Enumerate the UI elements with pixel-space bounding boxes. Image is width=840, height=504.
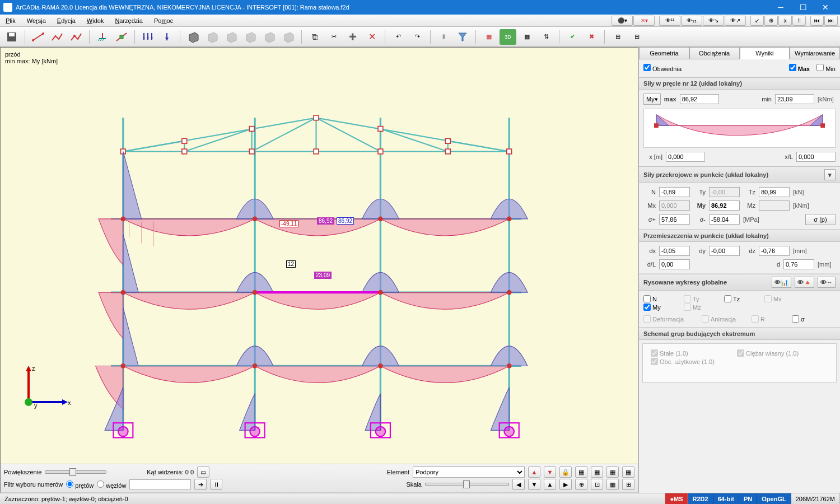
status-pn[interactable]: PN bbox=[739, 493, 757, 504]
dx-val[interactable] bbox=[659, 246, 690, 256]
snap-1[interactable]: ↙ bbox=[750, 16, 764, 26]
tool-check[interactable]: ✔ bbox=[564, 29, 581, 45]
angle-btn[interactable]: ▭ bbox=[197, 466, 209, 478]
scale-slider[interactable] bbox=[425, 483, 509, 486]
tool-bar-1[interactable] bbox=[30, 29, 46, 45]
ck-Mz[interactable]: Mz bbox=[684, 304, 716, 311]
down-btn[interactable]: ▼ bbox=[544, 466, 556, 478]
view-btn-5[interactable]: 👁↘ bbox=[703, 16, 724, 26]
nav-l[interactable]: ◀ bbox=[512, 479, 525, 490]
menu-widok[interactable]: Widok bbox=[81, 16, 110, 26]
sp-val[interactable] bbox=[659, 214, 690, 225]
tool-3d-1[interactable] bbox=[185, 29, 202, 45]
tool-save[interactable] bbox=[3, 29, 20, 45]
tool-cross[interactable]: ✖ bbox=[583, 29, 600, 45]
force-type-dd[interactable]: My ▾ bbox=[643, 94, 661, 105]
tool-cut[interactable]: ✂ bbox=[325, 29, 342, 45]
tool-bar-2[interactable] bbox=[49, 29, 66, 45]
snap-3[interactable]: ⚹ bbox=[778, 16, 792, 26]
radio-pretow[interactable]: prętów bbox=[66, 480, 94, 489]
tool-support[interactable] bbox=[94, 29, 111, 45]
minimize-button[interactable]: ─ bbox=[769, 0, 792, 15]
tool-load-1[interactable] bbox=[139, 29, 156, 45]
tool-paste[interactable]: ➕ bbox=[344, 29, 361, 45]
moment-graph[interactable] bbox=[643, 109, 836, 148]
tool-3d-view[interactable]: 3D bbox=[500, 29, 516, 45]
ck-anim[interactable]: Animacja bbox=[702, 315, 744, 323]
view-btn-1[interactable]: ⚫▾ bbox=[612, 16, 633, 26]
lock-btn[interactable]: 🔒 bbox=[559, 466, 572, 478]
filter-go[interactable]: ➔ bbox=[194, 479, 207, 490]
dz-val[interactable] bbox=[759, 246, 790, 256]
tool-calc-1[interactable]: ⊞ bbox=[609, 29, 626, 45]
grid-c[interactable]: ▦ bbox=[606, 466, 619, 478]
element-select[interactable]: Podpory bbox=[413, 466, 525, 478]
tool-bar-3[interactable] bbox=[68, 29, 85, 45]
tool-delete[interactable]: ✕ bbox=[363, 29, 380, 45]
menu-edycja[interactable]: Edycja bbox=[52, 16, 81, 26]
Tz-val[interactable] bbox=[759, 187, 790, 197]
tool-copy[interactable]: ⿻ bbox=[306, 29, 323, 45]
view-btn-3[interactable]: 👁¹¹ bbox=[659, 16, 680, 26]
zoom-slider[interactable] bbox=[45, 470, 106, 474]
nav-prev[interactable]: ⏮ bbox=[810, 16, 824, 26]
filter-pause[interactable]: ⏸ bbox=[210, 479, 222, 490]
status-r2d2[interactable]: R2D2 bbox=[688, 493, 713, 504]
ck-def[interactable]: Deformacja bbox=[643, 315, 694, 323]
tab-wymiarowanie[interactable]: Wymiarowanie bbox=[790, 47, 840, 59]
grid-a[interactable]: ▦ bbox=[575, 466, 587, 478]
viewport[interactable]: przód min max: My [kNm] bbox=[0, 47, 638, 493]
ck-Tz[interactable]: Tz bbox=[724, 295, 757, 302]
tool-undo[interactable]: ↶ bbox=[390, 29, 407, 45]
tgt-3[interactable]: ▦ bbox=[606, 479, 619, 490]
status-ms[interactable]: ● MS bbox=[665, 493, 688, 504]
close-button[interactable]: ✕ bbox=[814, 0, 837, 15]
status-opengl[interactable]: OpenGL bbox=[757, 493, 791, 504]
nav-r[interactable]: ▶ bbox=[559, 479, 572, 490]
tool-node[interactable] bbox=[113, 29, 130, 45]
grid-b[interactable]: ▦ bbox=[591, 466, 603, 478]
tool-calc-2[interactable]: ⊞ bbox=[628, 29, 645, 45]
snap-4[interactable]: ⁞⁞ bbox=[792, 16, 806, 26]
rys-btn-3[interactable]: 👁↔ bbox=[818, 277, 836, 288]
menu-narzedzia[interactable]: Narzędzia bbox=[109, 16, 148, 26]
tool-table[interactable]: ▦ bbox=[480, 29, 497, 45]
ck-Mx[interactable]: Mx bbox=[764, 295, 797, 302]
tgt-1[interactable]: ⊕ bbox=[575, 479, 587, 490]
nav-next[interactable]: ⏭ bbox=[824, 16, 838, 26]
status-64bit[interactable]: 64-bit bbox=[713, 493, 739, 504]
rys-btn-2[interactable]: 👁🔺 bbox=[795, 277, 814, 288]
tool-3d-6[interactable] bbox=[280, 29, 297, 45]
tgt-2[interactable]: ⊡ bbox=[591, 479, 603, 490]
dy-val[interactable] bbox=[709, 246, 740, 256]
view-btn-4[interactable]: 👁₁₁ bbox=[681, 16, 702, 26]
My-val[interactable] bbox=[709, 200, 740, 211]
menu-plik[interactable]: Plik bbox=[0, 16, 21, 26]
grid-d[interactable]: ▦ bbox=[622, 466, 634, 478]
sigma-btn[interactable]: σ (p) bbox=[805, 214, 836, 225]
min-value[interactable] bbox=[775, 94, 814, 104]
view-btn-2[interactable]: ✕▾ bbox=[633, 16, 655, 26]
chk-min[interactable]: Min bbox=[816, 64, 836, 72]
maximize-button[interactable]: ☐ bbox=[792, 0, 814, 15]
tool-levels[interactable]: ⫴ bbox=[435, 29, 452, 45]
tool-redo[interactable]: ↷ bbox=[409, 29, 426, 45]
section-dd[interactable]: ▾ bbox=[824, 169, 836, 180]
tab-geometria[interactable]: Geometria bbox=[639, 47, 689, 59]
ck-Ty[interactable]: Ty bbox=[684, 295, 716, 302]
menu-pomoc[interactable]: Pomoc bbox=[148, 16, 179, 26]
rys-btn-1[interactable]: 👁📊 bbox=[772, 277, 791, 288]
tool-funnel[interactable] bbox=[454, 29, 471, 45]
view-btn-6[interactable]: 👁↗ bbox=[725, 16, 746, 26]
tool-grid[interactable]: ▦ bbox=[519, 29, 535, 45]
N-val[interactable] bbox=[659, 187, 690, 197]
dL-val[interactable] bbox=[659, 259, 690, 269]
tgt-4[interactable]: ⊞ bbox=[622, 479, 634, 490]
tool-settings[interactable]: ⇅ bbox=[538, 29, 554, 45]
tool-3d-3[interactable] bbox=[223, 29, 240, 45]
filter-input[interactable] bbox=[129, 479, 191, 489]
tab-wyniki[interactable]: Wyniki bbox=[740, 47, 790, 59]
xl-value[interactable] bbox=[796, 152, 836, 162]
ck-sig[interactable]: σ bbox=[792, 315, 824, 323]
ck-N[interactable]: N bbox=[643, 295, 676, 302]
